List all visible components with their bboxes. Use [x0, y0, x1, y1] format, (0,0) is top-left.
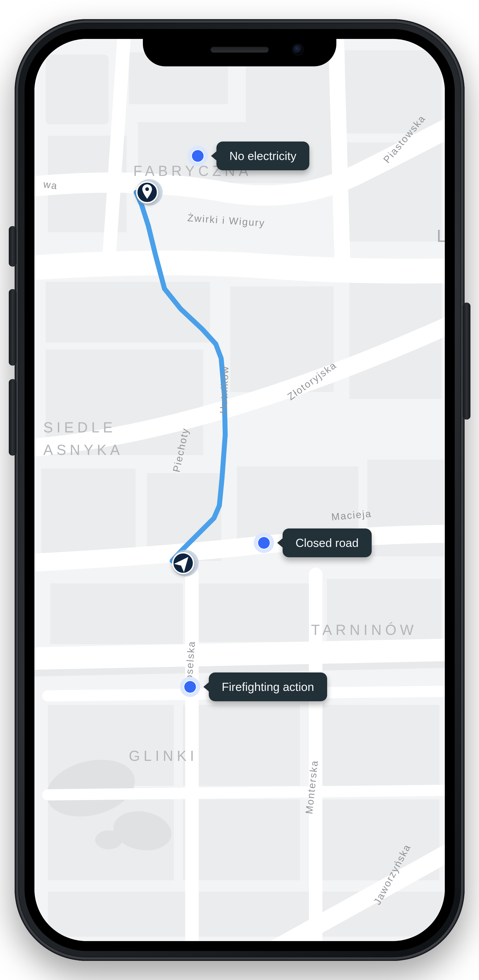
map[interactable]: FABRYCZNA SIEDLE ASNYKA TARNINÓW GLINKI …: [34, 39, 445, 941]
district-label: TARNINÓW: [311, 622, 417, 638]
event-dot-icon: [188, 146, 208, 166]
svg-rect-17: [196, 583, 313, 642]
event-label: Closed road: [283, 528, 372, 557]
speaker-grill-icon: [210, 46, 269, 53]
district-label: L: [437, 226, 445, 246]
event-marker-closed-road[interactable]: Closed road: [254, 528, 372, 557]
phone-screen: FABRYCZNA SIEDLE ASNYKA TARNINÓW GLINKI …: [34, 39, 445, 941]
event-label: No electricity: [216, 142, 310, 170]
event-marker-firefighting[interactable]: Firefighting action: [180, 673, 327, 701]
navigation-arrow-icon: [173, 554, 193, 573]
svg-rect-1: [46, 55, 109, 124]
front-camera-icon: [293, 45, 302, 54]
volume-up-button[interactable]: [9, 289, 16, 366]
svg-rect-21: [313, 705, 439, 786]
event-marker-no-electricity[interactable]: No electricity: [188, 142, 310, 170]
district-label: SIEDLE: [43, 419, 116, 436]
street-label: Hutników: [218, 365, 231, 414]
event-dot-icon: [254, 533, 274, 553]
street-label: wa: [43, 178, 59, 191]
event-label: Firefighting action: [209, 673, 327, 701]
mute-switch[interactable]: [9, 226, 16, 267]
stage: FABRYCZNA SIEDLE ASNYKA TARNINÓW GLINKI …: [0, 0, 479, 980]
power-button[interactable]: [463, 302, 471, 420]
svg-rect-16: [50, 583, 183, 644]
svg-rect-20: [183, 705, 300, 786]
svg-rect-23: [183, 799, 300, 880]
event-dot-icon: [180, 677, 200, 697]
svg-point-28: [95, 830, 122, 849]
svg-rect-4: [345, 50, 442, 134]
map-pin-icon: [137, 183, 157, 202]
district-label: GLINKI: [129, 748, 198, 764]
volume-down-button[interactable]: [9, 379, 16, 456]
phone-notch: [143, 33, 336, 66]
phone-frame: FABRYCZNA SIEDLE ASNYKA TARNINÓW GLINKI …: [14, 19, 465, 961]
district-label: ASNYKA: [43, 442, 124, 458]
